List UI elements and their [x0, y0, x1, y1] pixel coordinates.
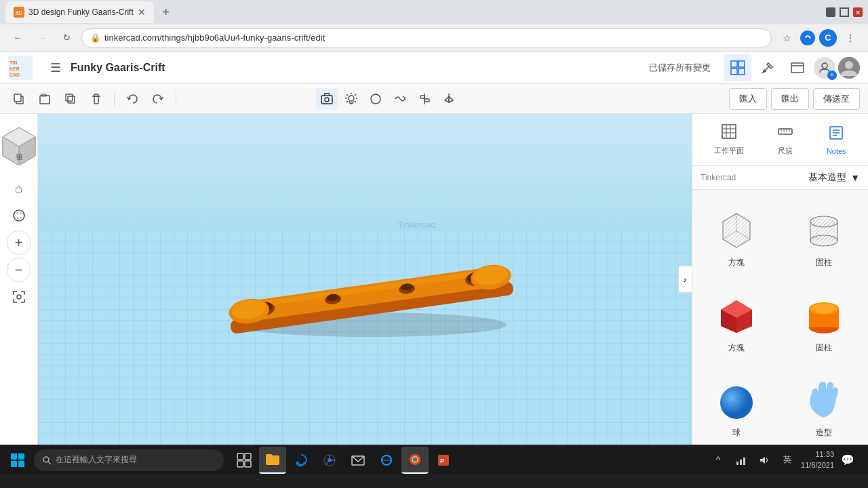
- tray-lang-icon[interactable]: 英: [778, 451, 797, 470]
- grid-view-btn[interactable]: [724, 54, 751, 81]
- 3d-object-lever[interactable]: [201, 220, 540, 357]
- bookmark-btn[interactable]: ☆: [777, 28, 796, 47]
- collapse-panel-btn[interactable]: ›: [678, 266, 692, 293]
- new-tab-btn[interactable]: +: [157, 3, 176, 22]
- export-btn[interactable]: 匯出: [771, 88, 809, 110]
- edge-taskbar-btn[interactable]: [288, 447, 315, 474]
- url-bar[interactable]: 🔒 tinkercad.com/things/hjbb9o6aUu4-funky…: [81, 28, 772, 47]
- workplane-btn[interactable]: 工作平面: [707, 119, 751, 160]
- svg-rect-12: [791, 63, 804, 73]
- svg-rect-21: [66, 94, 73, 101]
- svg-point-13: [822, 63, 827, 68]
- view-cube[interactable]: 後: [0, 119, 43, 168]
- home-view-btn[interactable]: ⌂: [7, 176, 31, 201]
- orbit-btn[interactable]: [7, 203, 31, 228]
- shape-item-red-cube[interactable]: 方塊: [692, 274, 781, 359]
- mail-taskbar-btn[interactable]: [344, 447, 372, 474]
- svg-rect-11: [738, 68, 745, 75]
- svg-point-24: [349, 96, 354, 101]
- fit-view-btn[interactable]: [7, 285, 31, 309]
- mirror-view-btn[interactable]: [438, 88, 460, 110]
- cube-3d[interactable]: 後: [0, 122, 41, 165]
- active-tab[interactable]: 3D 3D design Funky Gaaris-Crift ✕: [5, 1, 154, 23]
- top-right-actions: +: [724, 54, 860, 81]
- svg-point-15: [845, 61, 853, 69]
- task-view-btn[interactable]: [231, 447, 258, 474]
- taskbar-search-text: 在這裡輸入文字來搜尋: [56, 454, 137, 466]
- chrome2-taskbar-btn[interactable]: [401, 447, 429, 474]
- wire-cylinder-label: 固柱: [816, 257, 832, 268]
- back-btn[interactable]: ←: [8, 28, 27, 47]
- svg-rect-20: [68, 96, 75, 103]
- copy-btn[interactable]: [8, 88, 30, 110]
- ppt-taskbar-btn[interactable]: P: [430, 447, 457, 474]
- forward-btn[interactable]: →: [33, 28, 52, 47]
- profile-btn[interactable]: C: [819, 29, 837, 47]
- chrome-taskbar-btn[interactable]: [316, 447, 343, 474]
- ruler-btn[interactable]: 尺規: [770, 119, 800, 160]
- red-cube-label: 方塊: [728, 342, 745, 354]
- user-avatar[interactable]: [838, 57, 860, 79]
- tray-volume-icon[interactable]: [755, 451, 774, 470]
- import-btn[interactable]: 匯入: [729, 88, 767, 110]
- svg-rect-10: [731, 68, 737, 75]
- ruler-icon: [777, 123, 793, 144]
- shape-view-btn[interactable]: [365, 88, 387, 110]
- address-bar: ← → ↻ 🔒 tinkercad.com/things/hjbb9o6aUu4…: [0, 24, 868, 52]
- redo-btn[interactable]: [147, 88, 169, 110]
- dropdown-arrow-icon: ▼: [850, 172, 860, 183]
- svg-text:KER: KER: [9, 66, 20, 71]
- edit-toolbar: 匯入 匯出 傳送至: [0, 84, 868, 114]
- notes-btn[interactable]: Notes: [820, 121, 853, 159]
- svg-marker-116: [760, 457, 765, 464]
- shape-item-special[interactable]: 造型: [781, 360, 869, 445]
- close-window-btn[interactable]: ✕: [853, 7, 863, 17]
- restore-window-btn[interactable]: [840, 7, 849, 17]
- undo-btn[interactable]: [121, 88, 143, 110]
- light-view-btn[interactable]: [340, 88, 362, 110]
- camera-view-btn[interactable]: [316, 88, 338, 110]
- send-to-btn[interactable]: 傳送至: [813, 88, 860, 110]
- svg-rect-28: [425, 99, 429, 102]
- notification-center-btn[interactable]: 💬: [838, 451, 857, 470]
- refresh-btn[interactable]: ↻: [57, 28, 76, 47]
- shape-item-orange-cylinder[interactable]: 固柱: [781, 274, 869, 359]
- file-explorer-taskbar-btn[interactable]: [259, 447, 286, 474]
- tray-up-arrow-btn[interactable]: ^: [709, 451, 728, 470]
- tab-close-btn[interactable]: ✕: [138, 7, 146, 18]
- project-name: Funky Gaaris-Crift: [71, 62, 165, 74]
- shape-item-wire-cylinder[interactable]: 固柱: [781, 190, 869, 274]
- taskbar-search[interactable]: 在這裡輸入文字來搜尋: [34, 449, 224, 471]
- shapes-category-btn[interactable]: 基本造型 ▼: [808, 171, 860, 184]
- svg-text:CAD: CAD: [9, 73, 20, 77]
- minimize-window-btn[interactable]: [826, 7, 835, 17]
- share-area: +: [814, 57, 835, 79]
- add-user-badge: +: [827, 70, 837, 80]
- duplicate-btn[interactable]: [60, 88, 81, 110]
- canvas-area[interactable]: Tinkercad › 已匯入 lever-v3.stl ✕ 編輯網格 貼點格線…: [38, 114, 692, 445]
- svg-rect-101: [245, 453, 251, 460]
- paste-btn[interactable]: [34, 88, 56, 110]
- svg-point-92: [812, 304, 836, 313]
- clock-display[interactable]: 11:33 11/6/2021: [801, 449, 834, 470]
- svg-rect-115: [743, 458, 745, 465]
- align-view-btn[interactable]: [414, 88, 435, 110]
- blue-sphere-label: 球: [732, 427, 741, 439]
- start-btn[interactable]: [5, 448, 30, 472]
- hamburger-menu-btn[interactable]: ☰: [46, 58, 65, 77]
- files-btn[interactable]: [784, 54, 811, 81]
- delete-btn[interactable]: [85, 88, 107, 110]
- svg-point-23: [325, 98, 329, 102]
- ie-taskbar-btn[interactable]: [373, 447, 400, 474]
- svg-point-93: [720, 386, 753, 419]
- tray-network-icon[interactable]: [732, 451, 751, 470]
- more-options-btn[interactable]: ⋮: [841, 28, 860, 47]
- svg-rect-103: [245, 461, 251, 467]
- zoom-in-btn[interactable]: +: [7, 230, 31, 255]
- shape-item-wire-cube[interactable]: 方塊: [692, 190, 781, 274]
- shape-item-blue-sphere[interactable]: 球: [692, 360, 781, 445]
- zoom-out-btn[interactable]: −: [7, 258, 31, 282]
- path-view-btn[interactable]: [389, 88, 411, 110]
- svg-rect-102: [237, 461, 243, 467]
- tools-btn[interactable]: [754, 54, 781, 81]
